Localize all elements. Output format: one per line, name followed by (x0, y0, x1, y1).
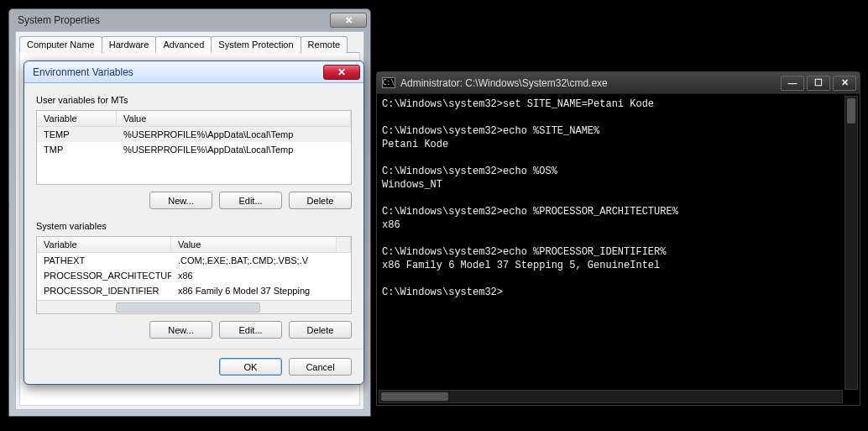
close-icon[interactable]: ✕ (833, 76, 856, 91)
cmd-output[interactable]: C:\Windows\system32>set SITE_NAME=Petani… (382, 97, 855, 299)
maximize-icon[interactable]: ☐ (807, 76, 830, 91)
minimize-icon[interactable]: — (781, 76, 804, 91)
sys-edit-button[interactable]: Edit... (219, 321, 282, 339)
list-item[interactable]: PROCESSOR_IDENTIFIER x86 Family 6 Model … (37, 283, 351, 298)
vertical-scrollbar[interactable] (844, 96, 858, 390)
system-properties-title: System Properties (18, 14, 330, 26)
col-variable[interactable]: Variable (37, 237, 171, 252)
list-item[interactable]: PROCESSOR_ARCHITECTURE x86 (37, 268, 351, 283)
close-icon[interactable]: ✕ (323, 65, 360, 80)
cmd-window: C:\ Administrator: C:\Windows\System32\c… (376, 71, 860, 406)
cmd-icon: C:\ (382, 77, 395, 88)
user-new-button[interactable]: New... (149, 192, 212, 209)
cmd-title: Administrator: C:\Windows\System32\cmd.e… (400, 77, 781, 89)
col-variable[interactable]: Variable (37, 111, 117, 126)
cmd-body[interactable]: C:\Windows\system32>set SITE_NAME=Petani… (377, 94, 860, 405)
system-variables-list[interactable]: Variable Value PATHEXT .COM;.EXE;.BAT;.C… (36, 236, 352, 314)
tab-remote[interactable]: Remote (301, 36, 348, 53)
scrollbar-thumb[interactable] (847, 98, 855, 124)
scrollbar-thumb[interactable] (116, 302, 260, 313)
tab-advanced[interactable]: Advanced (155, 36, 212, 53)
user-delete-button[interactable]: Delete (289, 192, 352, 209)
ok-button[interactable]: OK (219, 358, 282, 376)
list-item[interactable]: TEMP %USERPROFILE%\AppData\Local\Temp (37, 127, 351, 142)
env-titlebar[interactable]: Environment Variables ✕ (24, 61, 363, 83)
tab-hardware[interactable]: Hardware (102, 36, 157, 53)
env-title: Environment Variables (33, 66, 323, 78)
sys-delete-button[interactable]: Delete (289, 321, 352, 339)
horizontal-scrollbar[interactable] (379, 390, 843, 403)
cmd-titlebar[interactable]: C:\ Administrator: C:\Windows\System32\c… (377, 72, 860, 94)
user-variables-list[interactable]: Variable Value TEMP %USERPROFILE%\AppDat… (36, 110, 352, 185)
system-variables-label: System variables (36, 221, 352, 231)
tab-computer-name[interactable]: Computer Name (19, 36, 102, 53)
col-value[interactable]: Value (117, 111, 351, 126)
col-value[interactable]: Value (171, 237, 337, 252)
system-properties-titlebar[interactable]: System Properties ✕ (9, 9, 370, 31)
environment-variables-dialog: Environment Variables ✕ User variables f… (24, 60, 364, 385)
list-item[interactable]: TMP %USERPROFILE%\AppData\Local\Temp (37, 142, 351, 157)
system-properties-tabs: Computer Name Hardware Advanced System P… (19, 35, 360, 53)
user-edit-button[interactable]: Edit... (219, 192, 282, 209)
user-variables-label: User variables for MTs (36, 95, 352, 105)
vscroll-stub (337, 237, 351, 252)
horizontal-scrollbar[interactable] (37, 300, 351, 313)
list-item[interactable]: PATHEXT .COM;.EXE;.BAT;.CMD;.VBS;.V (37, 253, 351, 268)
close-icon[interactable]: ✕ (330, 13, 367, 28)
cancel-button[interactable]: Cancel (289, 358, 352, 376)
tab-system-protection[interactable]: System Protection (211, 36, 301, 53)
scrollbar-thumb[interactable] (381, 392, 448, 401)
sys-new-button[interactable]: New... (149, 321, 212, 339)
